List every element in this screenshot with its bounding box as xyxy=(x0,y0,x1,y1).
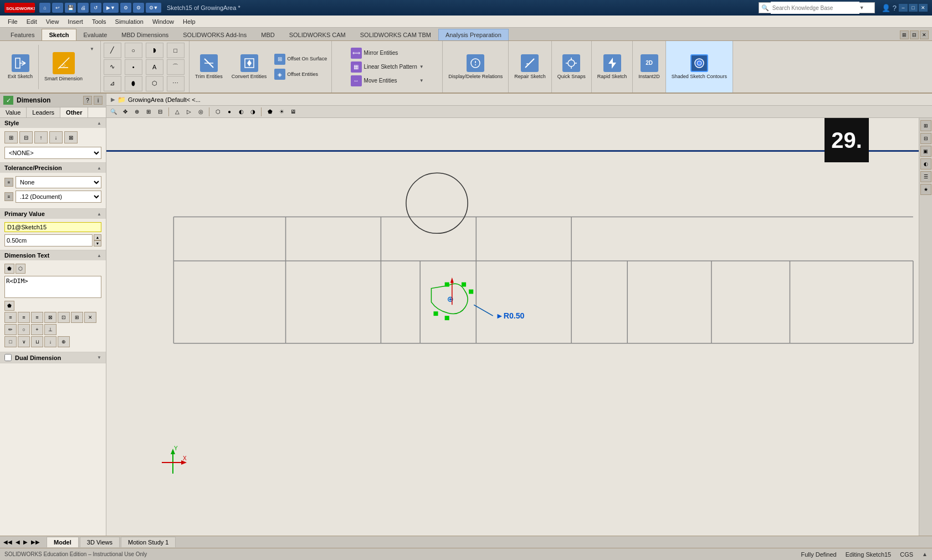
view-tool-4[interactable]: ⊞ xyxy=(144,107,153,117)
format-btn-square[interactable]: □ xyxy=(4,336,17,347)
mirror-entities-button[interactable]: ⟺ Mirror Entities xyxy=(349,47,426,59)
quick-snaps-button[interactable]: Quick Snaps xyxy=(554,52,589,82)
panel-help-icon[interactable]: ? xyxy=(83,96,92,105)
tab-value[interactable]: Value xyxy=(0,107,27,117)
spline-tool[interactable]: ∿ xyxy=(104,59,121,75)
tab-leaders[interactable]: Leaders xyxy=(27,107,60,117)
chamfer-tool[interactable]: ⊿ xyxy=(104,76,121,91)
menu-tools[interactable]: Tools xyxy=(88,17,111,26)
style-dropdown[interactable]: <NONE> xyxy=(4,147,101,159)
rt-button-2[interactable]: ⊟ xyxy=(920,133,931,144)
format-btn-perp[interactable]: ⊥ xyxy=(44,324,57,335)
style-btn-5[interactable]: ⊠ xyxy=(64,131,78,143)
rt-button-3[interactable]: ▣ xyxy=(920,146,931,157)
tab-mbd[interactable]: MBD xyxy=(254,29,281,40)
menu-help[interactable]: Help xyxy=(178,17,200,26)
toolbar-icon-3[interactable]: 💾 xyxy=(65,3,76,13)
view-tool-13[interactable]: ⬟ xyxy=(265,107,275,117)
value-increment-button[interactable]: ▲ xyxy=(94,234,101,240)
format-btn-center[interactable]: ≡ xyxy=(18,312,30,323)
format-btn-box[interactable]: ⊠ xyxy=(44,312,57,323)
rt-button-6[interactable]: ★ xyxy=(920,184,931,195)
style-btn-3[interactable]: ↑ xyxy=(34,131,48,143)
tab-motion-study-1[interactable]: Motion Study 1 xyxy=(121,537,176,547)
format-btn-6[interactable]: ⊞ xyxy=(71,312,83,323)
view-tool-10[interactable]: ● xyxy=(224,107,234,117)
search-input[interactable] xyxy=(771,2,859,14)
toolbar-icon-8[interactable]: ⚙ xyxy=(133,3,144,13)
tab-other[interactable]: Other xyxy=(60,107,88,117)
shaded-sketch-contours-button[interactable]: Shaded Sketch Contours xyxy=(668,52,730,82)
dual-dim-header[interactable]: Dual Dimension ▼ xyxy=(0,352,106,363)
format-btn-pencil[interactable]: ✏ xyxy=(4,324,17,335)
view-tool-6[interactable]: △ xyxy=(172,107,182,117)
offset-on-surface-button[interactable]: ⊞ Offset On Surface xyxy=(272,53,329,66)
menu-insert[interactable]: Insert xyxy=(63,17,88,26)
search-knowledge-base[interactable]: 🔍 ▼ xyxy=(759,2,875,13)
rect-tool[interactable]: □ xyxy=(167,43,185,58)
format-btn-check[interactable]: ∨ xyxy=(18,336,30,347)
slot-tool[interactable]: ⬮ xyxy=(125,76,142,91)
convert-entities-button[interactable]: Convert Entities xyxy=(228,52,270,82)
rt-button-4[interactable]: ◐ xyxy=(920,158,931,169)
view-tool-3[interactable]: ⊕ xyxy=(132,107,142,117)
style-collapse-arrow[interactable]: ▲ xyxy=(97,121,101,126)
linear-sketch-pattern-button[interactable]: ▦ Linear Sketch Pattern ▼ xyxy=(349,61,426,73)
tolerance-collapse-arrow[interactable]: ▲ xyxy=(97,166,101,171)
accept-button[interactable]: ✓ xyxy=(3,96,13,105)
precision-dropdown[interactable]: .12 (Document) xyxy=(16,191,101,203)
dimension-text-area[interactable]: R<DIM> xyxy=(4,276,101,298)
format-btn-cross[interactable]: ⊕ xyxy=(58,336,70,347)
dim-text-icon-3[interactable]: ⬟ xyxy=(4,301,14,311)
menu-file[interactable]: File xyxy=(3,17,22,26)
dim-text-icon-1[interactable]: ⬟ xyxy=(4,264,14,274)
display-delete-relations-button[interactable]: Display/Delete Relations xyxy=(445,52,506,82)
point-tool[interactable]: • xyxy=(125,59,142,75)
rt-button-5[interactable]: ☰ xyxy=(920,171,931,182)
bottom-nav-4[interactable]: ▶▶ xyxy=(30,538,41,546)
offset-entities-button[interactable]: ◈ Offset Entities xyxy=(272,68,329,81)
primary-value-collapse-arrow[interactable]: ▲ xyxy=(97,212,101,217)
dimension-text-header[interactable]: Dimension Text ▲ xyxy=(0,250,106,260)
format-btn-underline[interactable]: ⊔ xyxy=(31,336,43,347)
view-tool-15[interactable]: 🖥 xyxy=(288,107,298,117)
tab-analysis-preparation[interactable]: Analysis Preparation xyxy=(438,29,509,40)
format-btn-5[interactable]: ⊡ xyxy=(58,312,70,323)
format-btn-7[interactable]: ✕ xyxy=(84,312,96,323)
style-btn-2[interactable]: ⊟ xyxy=(19,131,33,143)
rapid-sketch-button[interactable]: Rapid Sketch xyxy=(594,52,631,82)
tab-solidworks-cam-tbm[interactable]: SOLIDWORKS CAM TBM xyxy=(353,29,438,40)
polygon-tool[interactable]: ⬡ xyxy=(146,76,163,91)
text-tool[interactable]: A xyxy=(146,59,163,75)
tab-sketch[interactable]: Sketch xyxy=(42,29,76,40)
tab-features[interactable]: Features xyxy=(3,29,42,40)
view-tool-9[interactable]: ⬡ xyxy=(213,107,223,117)
arc-tool[interactable]: ◗ xyxy=(146,43,163,58)
view-tool-7[interactable]: ▷ xyxy=(184,107,194,117)
toolbar-icon-6[interactable]: ▶▼ xyxy=(103,3,119,13)
help-icon[interactable]: ? xyxy=(893,4,897,12)
move-entities-button[interactable]: ↔ Move Entities ▼ xyxy=(349,75,426,87)
instant2d-button[interactable]: 2D Instant2D xyxy=(635,52,663,82)
menu-window[interactable]: Window xyxy=(148,17,178,26)
toolbar-icon-2[interactable]: ↩ xyxy=(52,3,63,13)
primary-value-header[interactable]: Primary Value ▲ xyxy=(0,209,106,219)
style-btn-4[interactable]: ↓ xyxy=(49,131,63,143)
line-tool[interactable]: ╱ xyxy=(104,43,121,58)
canvas-area[interactable]: 29. xyxy=(106,118,919,536)
tab-solidworks-cam[interactable]: SOLIDWORKS CAM xyxy=(282,29,353,40)
tab-mbd-dimensions[interactable]: MBD Dimensions xyxy=(114,29,176,40)
view-tool-11[interactable]: ◐ xyxy=(236,107,246,117)
view-tool-12[interactable]: ◑ xyxy=(248,107,258,117)
units-dropdown[interactable]: ▲ xyxy=(922,551,928,557)
panel-info-icon[interactable]: i xyxy=(94,96,103,105)
smart-dimension-button[interactable]: ◇ Smart Dimension xyxy=(41,50,86,84)
user-icon[interactable]: 👤 xyxy=(882,4,890,12)
bottom-nav-2[interactable]: ◀ xyxy=(14,538,21,546)
smart-dim-dropdown-1[interactable]: ▼ xyxy=(88,46,96,53)
dual-dim-collapse-arrow[interactable]: ▼ xyxy=(97,355,101,360)
minimize-button[interactable]: – xyxy=(899,4,908,12)
tolerance-header[interactable]: Tolerance/Precision ▲ xyxy=(0,163,106,173)
tab-evaluate[interactable]: Evaluate xyxy=(76,29,115,40)
maximize-button[interactable]: □ xyxy=(909,4,918,12)
